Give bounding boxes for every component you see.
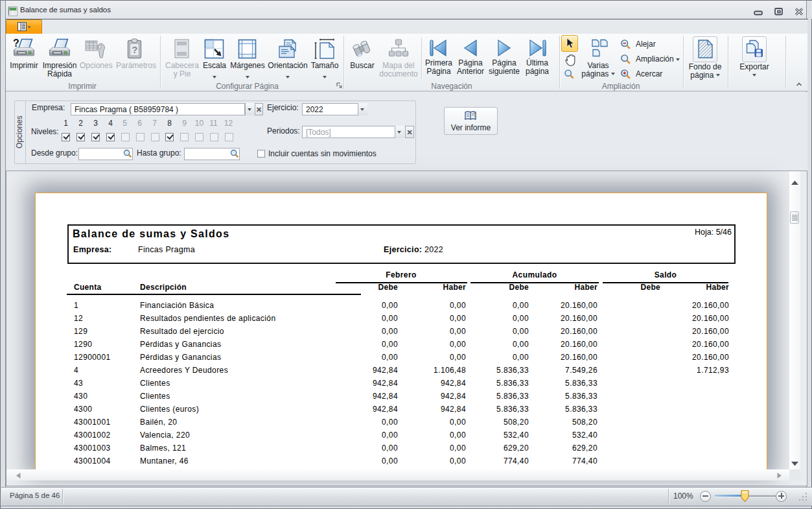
svg-text:?: ? [13,38,19,49]
svg-text:?: ? [132,44,137,55]
